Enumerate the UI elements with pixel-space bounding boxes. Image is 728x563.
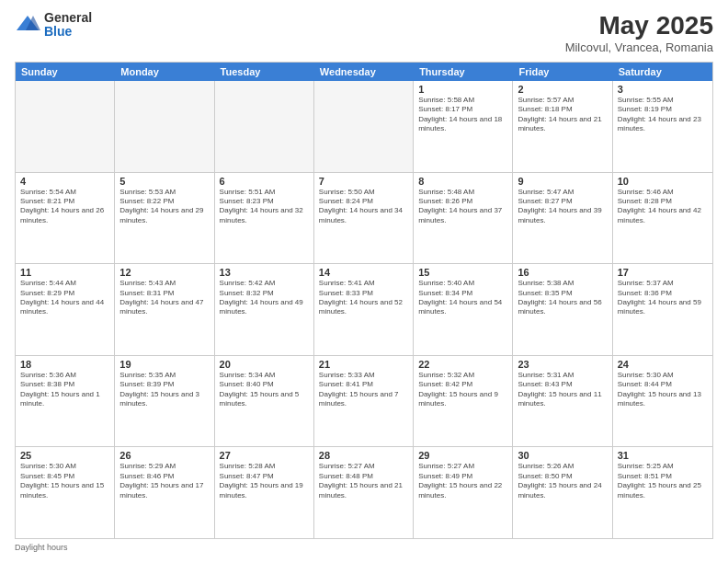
calendar-cell: 27Sunrise: 5:28 AMSunset: 8:47 PMDayligh… xyxy=(215,447,314,538)
day-info: Sunrise: 5:37 AMSunset: 8:36 PMDaylight:… xyxy=(618,279,708,317)
calendar-cell xyxy=(314,81,414,172)
logo-text: General Blue xyxy=(44,11,92,40)
header-day-sunday: Sunday xyxy=(16,63,115,81)
calendar-cell: 30Sunrise: 5:26 AMSunset: 8:50 PMDayligh… xyxy=(513,447,612,538)
title-block: May 2025 Milcovul, Vrancea, Romania xyxy=(565,11,713,54)
header-day-saturday: Saturday xyxy=(613,63,712,81)
main-title: May 2025 xyxy=(565,11,713,40)
day-info: Sunrise: 5:57 AMSunset: 8:18 PMDaylight:… xyxy=(518,96,607,134)
day-info: Sunrise: 5:43 AMSunset: 8:31 PMDaylight:… xyxy=(119,279,209,317)
day-info: Sunrise: 5:32 AMSunset: 8:42 PMDaylight:… xyxy=(418,371,507,409)
header-day-tuesday: Tuesday xyxy=(215,63,314,81)
day-number: 27 xyxy=(220,450,309,461)
day-info: Sunrise: 5:41 AMSunset: 8:33 PMDaylight:… xyxy=(319,279,408,317)
day-number: 13 xyxy=(220,267,309,278)
calendar-cell: 22Sunrise: 5:32 AMSunset: 8:42 PMDayligh… xyxy=(414,356,513,447)
day-number: 15 xyxy=(418,267,507,278)
calendar-cell: 16Sunrise: 5:38 AMSunset: 8:35 PMDayligh… xyxy=(513,264,612,355)
day-number: 19 xyxy=(119,359,209,370)
calendar-cell: 12Sunrise: 5:43 AMSunset: 8:31 PMDayligh… xyxy=(115,264,214,355)
calendar-cell: 13Sunrise: 5:42 AMSunset: 8:32 PMDayligh… xyxy=(215,264,314,355)
calendar-cell: 17Sunrise: 5:37 AMSunset: 8:36 PMDayligh… xyxy=(613,264,712,355)
calendar-cell xyxy=(215,81,314,172)
calendar-cell: 23Sunrise: 5:31 AMSunset: 8:43 PMDayligh… xyxy=(513,356,612,447)
day-number: 23 xyxy=(518,359,607,370)
day-number: 29 xyxy=(418,450,507,461)
day-info: Sunrise: 5:55 AMSunset: 8:19 PMDaylight:… xyxy=(618,96,708,134)
day-number: 31 xyxy=(618,450,708,461)
header-day-friday: Friday xyxy=(513,63,612,81)
day-info: Sunrise: 5:51 AMSunset: 8:23 PMDaylight:… xyxy=(220,188,309,226)
calendar-cell: 14Sunrise: 5:41 AMSunset: 8:33 PMDayligh… xyxy=(314,264,414,355)
calendar-cell: 4Sunrise: 5:54 AMSunset: 8:21 PMDaylight… xyxy=(16,173,115,264)
calendar-cell: 8Sunrise: 5:48 AMSunset: 8:26 PMDaylight… xyxy=(414,173,513,264)
day-info: Sunrise: 5:38 AMSunset: 8:35 PMDaylight:… xyxy=(518,279,607,317)
day-number: 26 xyxy=(119,450,209,461)
day-info: Sunrise: 5:58 AMSunset: 8:17 PMDaylight:… xyxy=(418,96,507,134)
day-info: Sunrise: 5:34 AMSunset: 8:40 PMDaylight:… xyxy=(220,371,309,409)
day-number: 11 xyxy=(20,267,109,278)
day-info: Sunrise: 5:46 AMSunset: 8:28 PMDaylight:… xyxy=(618,188,708,226)
day-info: Sunrise: 5:42 AMSunset: 8:32 PMDaylight:… xyxy=(220,279,309,317)
day-number: 28 xyxy=(319,450,408,461)
calendar-row-3: 11Sunrise: 5:44 AMSunset: 8:29 PMDayligh… xyxy=(16,264,712,356)
day-info: Sunrise: 5:35 AMSunset: 8:39 PMDaylight:… xyxy=(119,371,209,409)
calendar-cell: 20Sunrise: 5:34 AMSunset: 8:40 PMDayligh… xyxy=(215,356,314,447)
calendar-body: 1Sunrise: 5:58 AMSunset: 8:17 PMDaylight… xyxy=(16,81,712,538)
calendar-cell: 3Sunrise: 5:55 AMSunset: 8:19 PMDaylight… xyxy=(613,81,712,172)
calendar-cell: 1Sunrise: 5:58 AMSunset: 8:17 PMDaylight… xyxy=(414,81,513,172)
day-info: Sunrise: 5:50 AMSunset: 8:24 PMDaylight:… xyxy=(319,188,408,226)
day-number: 25 xyxy=(20,450,109,461)
logo-blue-text: Blue xyxy=(44,25,92,39)
header: General Blue May 2025 Milcovul, Vrancea,… xyxy=(15,11,713,54)
day-info: Sunrise: 5:30 AMSunset: 8:45 PMDaylight:… xyxy=(20,462,109,500)
day-info: Sunrise: 5:54 AMSunset: 8:21 PMDaylight:… xyxy=(20,188,109,226)
day-number: 14 xyxy=(319,267,408,278)
logo-general-text: General xyxy=(44,11,92,25)
day-number: 10 xyxy=(618,176,708,187)
day-info: Sunrise: 5:25 AMSunset: 8:51 PMDaylight:… xyxy=(618,462,708,500)
calendar-cell xyxy=(16,81,115,172)
calendar-cell: 2Sunrise: 5:57 AMSunset: 8:18 PMDaylight… xyxy=(513,81,612,172)
calendar-row-5: 25Sunrise: 5:30 AMSunset: 8:45 PMDayligh… xyxy=(16,447,712,538)
calendar-cell: 11Sunrise: 5:44 AMSunset: 8:29 PMDayligh… xyxy=(16,264,115,355)
header-day-thursday: Thursday xyxy=(414,63,513,81)
calendar-row-2: 4Sunrise: 5:54 AMSunset: 8:21 PMDaylight… xyxy=(16,173,712,265)
calendar-cell: 19Sunrise: 5:35 AMSunset: 8:39 PMDayligh… xyxy=(115,356,214,447)
calendar-cell: 9Sunrise: 5:47 AMSunset: 8:27 PMDaylight… xyxy=(513,173,612,264)
calendar-cell: 26Sunrise: 5:29 AMSunset: 8:46 PMDayligh… xyxy=(115,447,214,538)
day-number: 12 xyxy=(119,267,209,278)
day-number: 5 xyxy=(119,176,209,187)
calendar-cell: 15Sunrise: 5:40 AMSunset: 8:34 PMDayligh… xyxy=(414,264,513,355)
calendar-cell: 6Sunrise: 5:51 AMSunset: 8:23 PMDaylight… xyxy=(215,173,314,264)
calendar-cell: 18Sunrise: 5:36 AMSunset: 8:38 PMDayligh… xyxy=(16,356,115,447)
header-day-wednesday: Wednesday xyxy=(314,63,414,81)
daylight-label: Daylight hours xyxy=(15,543,68,552)
day-number: 24 xyxy=(618,359,708,370)
day-number: 17 xyxy=(618,267,708,278)
header-day-monday: Monday xyxy=(115,63,214,81)
day-number: 2 xyxy=(518,84,607,95)
day-info: Sunrise: 5:27 AMSunset: 8:49 PMDaylight:… xyxy=(418,462,507,500)
day-number: 6 xyxy=(220,176,309,187)
calendar-row-4: 18Sunrise: 5:36 AMSunset: 8:38 PMDayligh… xyxy=(16,356,712,448)
calendar-cell: 29Sunrise: 5:27 AMSunset: 8:49 PMDayligh… xyxy=(414,447,513,538)
calendar-cell: 25Sunrise: 5:30 AMSunset: 8:45 PMDayligh… xyxy=(16,447,115,538)
day-number: 7 xyxy=(319,176,408,187)
day-info: Sunrise: 5:26 AMSunset: 8:50 PMDaylight:… xyxy=(518,462,607,500)
day-number: 20 xyxy=(220,359,309,370)
calendar-header: SundayMondayTuesdayWednesdayThursdayFrid… xyxy=(16,63,712,81)
calendar-cell: 5Sunrise: 5:53 AMSunset: 8:22 PMDaylight… xyxy=(115,173,214,264)
day-number: 30 xyxy=(518,450,607,461)
calendar-cell: 7Sunrise: 5:50 AMSunset: 8:24 PMDaylight… xyxy=(314,173,414,264)
calendar-page: General Blue May 2025 Milcovul, Vrancea,… xyxy=(0,0,728,563)
day-info: Sunrise: 5:36 AMSunset: 8:38 PMDaylight:… xyxy=(20,371,109,409)
day-info: Sunrise: 5:29 AMSunset: 8:46 PMDaylight:… xyxy=(119,462,209,500)
subtitle: Milcovul, Vrancea, Romania xyxy=(565,40,713,54)
day-number: 21 xyxy=(319,359,408,370)
day-number: 18 xyxy=(20,359,109,370)
day-number: 16 xyxy=(518,267,607,278)
day-number: 8 xyxy=(418,176,507,187)
calendar: SundayMondayTuesdayWednesdayThursdayFrid… xyxy=(15,62,713,539)
calendar-cell: 28Sunrise: 5:27 AMSunset: 8:48 PMDayligh… xyxy=(314,447,414,538)
